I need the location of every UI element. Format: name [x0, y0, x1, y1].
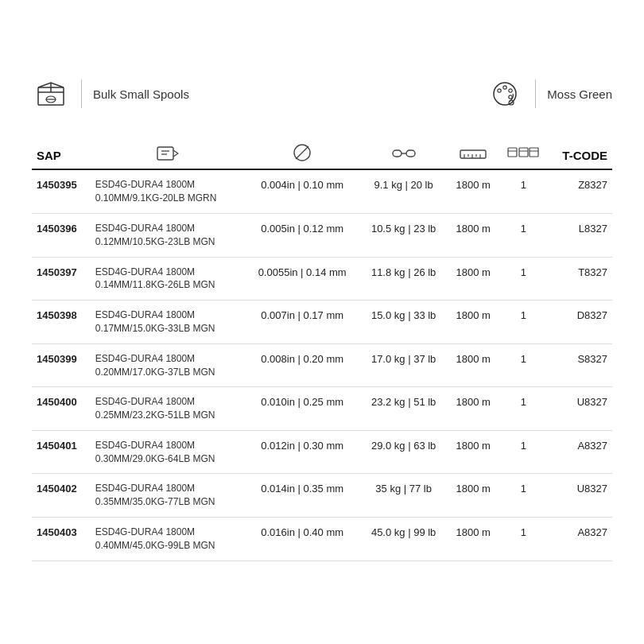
- weight-cell: 29.0 kg | 63 lb: [360, 430, 448, 474]
- length-cell: 1800 m: [448, 257, 499, 301]
- table-row: 1450402ESD4G-DURA4 1800M0.35MM/35.0KG-77…: [32, 474, 612, 518]
- diameter-cell: 0.004in | 0.10 mm: [245, 169, 360, 213]
- desc-cell: ESD4G-DURA4 1800M0.14MM/11.8KG-26LB MGN: [91, 257, 245, 301]
- svg-rect-25: [508, 148, 517, 157]
- qty-cell: 1: [499, 518, 548, 561]
- length-cell: 1800 m: [448, 387, 499, 431]
- svg-rect-11: [157, 147, 173, 160]
- tcode-cell: Z8327: [548, 169, 612, 213]
- product-table: SAP: [32, 137, 612, 561]
- weight-cell: 35 kg | 77 lb: [360, 474, 448, 518]
- length-cell: 1800 m: [448, 213, 499, 257]
- desc-cell: ESD4G-DURA4 1800M0.20MM/17.0KG-37LB MGN: [91, 343, 245, 387]
- qty-cell: 1: [499, 474, 548, 518]
- spool-svg: [33, 76, 68, 111]
- weight-cell: 23.2 kg | 51 lb: [360, 387, 448, 431]
- moss-green-label: Moss Green: [486, 75, 612, 113]
- bulk-spools-text: Bulk Small Spools: [93, 87, 189, 101]
- svg-point-6: [498, 89, 501, 92]
- sap-cell: 1450395: [32, 169, 91, 213]
- tcode-cell: A8327: [548, 430, 612, 474]
- sap-cell: 1450401: [32, 430, 91, 474]
- svg-rect-16: [393, 150, 402, 157]
- tcode-cell: T8327: [548, 257, 612, 301]
- diameter-cell: 0.010in | 0.25 mm: [245, 387, 360, 431]
- diameter-icon: [293, 143, 312, 162]
- sap-cell: 1450402: [32, 474, 91, 518]
- header-tcode: T-CODE: [548, 137, 612, 169]
- boxes-icon: [507, 143, 539, 162]
- diameter-cell: 0.007in | 0.17 mm: [245, 301, 360, 344]
- sap-cell: 1450397: [32, 257, 91, 301]
- bulk-spools-label: Bulk Small Spools: [32, 75, 189, 113]
- tcode-cell: S8327: [548, 343, 612, 387]
- svg-point-9: [509, 95, 512, 99]
- qty-cell: 1: [499, 257, 548, 301]
- table-row: 1450403ESD4G-DURA4 1800M0.40MM/45.0KG-99…: [32, 518, 612, 561]
- header-length: [448, 137, 499, 169]
- svg-rect-17: [406, 150, 415, 157]
- weight-cell: 11.8 kg | 26 lb: [360, 257, 448, 301]
- table-row: 1450396ESD4G-DURA4 1800M0.12MM/10.5KG-23…: [32, 213, 612, 257]
- header-weight: [360, 137, 448, 169]
- weight-cell: 10.5 kg | 23 lb: [360, 213, 448, 257]
- svg-line-15: [296, 146, 308, 159]
- length-cell: 1800 m: [448, 518, 499, 561]
- svg-rect-27: [519, 148, 528, 157]
- desc-cell: ESD4G-DURA4 1800M0.40MM/45.0KG-99LB MGN: [91, 518, 245, 561]
- sap-cell: 1450399: [32, 343, 91, 387]
- desc-cell: ESD4G-DURA4 1800M0.12MM/10.5KG-23LB MGN: [91, 213, 245, 257]
- svg-rect-29: [530, 148, 538, 157]
- qty-cell: 1: [499, 430, 548, 474]
- table-row: 1450395ESD4G-DURA4 1800M0.10MM/9.1KG-20L…: [32, 169, 612, 213]
- weight-cell: 15.0 kg | 33 lb: [360, 301, 448, 344]
- label-icon: [157, 145, 179, 162]
- header-sap: SAP: [32, 137, 91, 169]
- sap-cell: 1450396: [32, 213, 91, 257]
- diameter-cell: 0.008in | 0.20 mm: [245, 343, 360, 387]
- table-row: 1450399ESD4G-DURA4 1800M0.20MM/17.0KG-37…: [32, 343, 612, 387]
- diameter-cell: 0.016in | 0.40 mm: [245, 518, 360, 561]
- sap-cell: 1450398: [32, 301, 91, 344]
- right-divider: [535, 80, 536, 108]
- chain-icon: [392, 145, 416, 162]
- diameter-cell: 0.014in | 0.35 mm: [245, 474, 360, 518]
- length-cell: 1800 m: [448, 169, 499, 213]
- tcode-cell: D8327: [548, 301, 612, 344]
- sap-cell: 1450400: [32, 387, 91, 431]
- header-diameter: [245, 137, 360, 169]
- palette-svg: [487, 76, 522, 111]
- diameter-cell: 0.0055in | 0.14 mm: [245, 257, 360, 301]
- qty-cell: 1: [499, 387, 548, 431]
- diameter-cell: 0.005in | 0.12 mm: [245, 213, 360, 257]
- tcode-cell: A8327: [548, 518, 612, 561]
- header-qty: [499, 137, 548, 169]
- desc-cell: ESD4G-DURA4 1800M0.30MM/29.0KG-64LB MGN: [91, 430, 245, 474]
- tcode-cell: U8327: [548, 387, 612, 431]
- table-row: 1450401ESD4G-DURA4 1800M0.30MM/29.0KG-64…: [32, 430, 612, 474]
- header-desc: [91, 137, 245, 169]
- ruler-icon: [460, 146, 487, 162]
- tcode-cell: U8327: [548, 474, 612, 518]
- left-divider: [81, 80, 82, 108]
- svg-point-8: [509, 89, 512, 92]
- table-row: 1450398ESD4G-DURA4 1800M0.17MM/15.0KG-33…: [32, 301, 612, 344]
- weight-cell: 9.1 kg | 20 lb: [360, 169, 448, 213]
- tcode-cell: L8327: [548, 213, 612, 257]
- qty-cell: 1: [499, 301, 548, 344]
- length-cell: 1800 m: [448, 474, 499, 518]
- desc-cell: ESD4G-DURA4 1800M0.25MM/23.2KG-51LB MGN: [91, 387, 245, 431]
- bulk-spools-icon: [32, 75, 70, 113]
- qty-cell: 1: [499, 213, 548, 257]
- table-row: 1450400ESD4G-DURA4 1800M0.25MM/23.2KG-51…: [32, 387, 612, 431]
- length-cell: 1800 m: [448, 430, 499, 474]
- qty-cell: 1: [499, 169, 548, 213]
- diameter-cell: 0.012in | 0.30 mm: [245, 430, 360, 474]
- desc-cell: ESD4G-DURA4 1800M0.17MM/15.0KG-33LB MGN: [91, 301, 245, 344]
- moss-green-text: Moss Green: [547, 87, 612, 101]
- length-cell: 1800 m: [448, 343, 499, 387]
- weight-cell: 17.0 kg | 37 lb: [360, 343, 448, 387]
- qty-cell: 1: [499, 343, 548, 387]
- table-row: 1450397ESD4G-DURA4 1800M0.14MM/11.8KG-26…: [32, 257, 612, 301]
- top-bar: Bulk Small Spools Moss Green: [32, 75, 612, 113]
